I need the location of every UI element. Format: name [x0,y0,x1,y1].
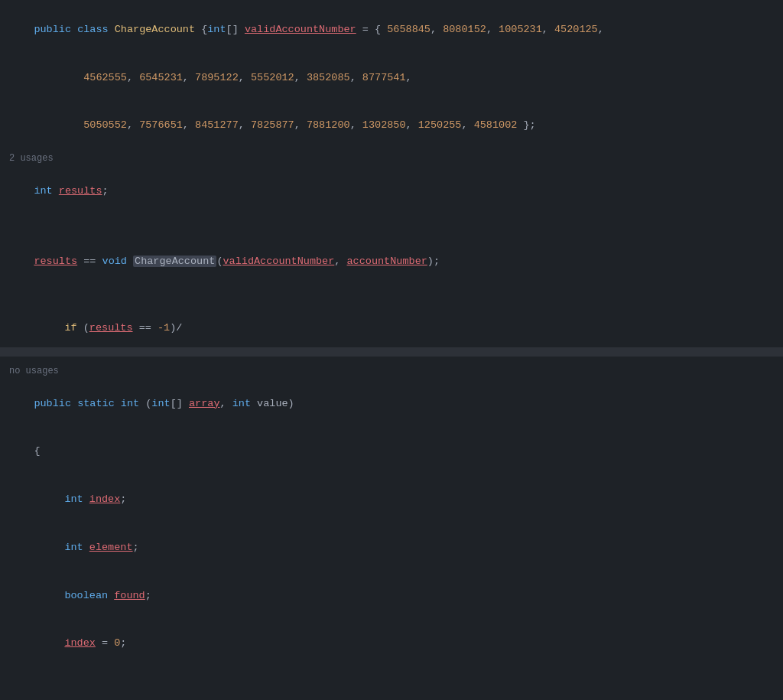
code-line-4: int results; [9,168,783,216]
code-line-2: 4562555, 6545231, 7895122, 5552012, 3852… [9,54,783,103]
var-results2: results [34,256,77,267]
keyword-int: int [207,24,226,35]
top-code-pane: public class ChargeAccount {int[] validA… [0,0,783,352]
code-line-b1: public static int (int[] array, int valu… [9,380,783,428]
code-line-b6: index = 0; [9,620,783,668]
usages-label-bottom: no usages [9,363,783,380]
code-line-b5: boolean found; [9,572,783,620]
bottom-code-pane: no usages public static int (int[] array… [0,357,783,700]
highlight-chargeaccount: ChargeAccount [133,256,216,267]
code-line-if: if (results == -1)/ [9,304,783,352]
code-line-5: results == void ChargeAccount(validAccou… [9,238,783,286]
var-validaccountnumber: validAccountNumber [245,24,356,35]
keyword-class: class [77,24,115,35]
code-line-3: 5050552, 7576651, 8451277, 7825877, 7881… [9,103,783,151]
usages-label-top: 2 usages [9,150,783,168]
code-line-b7: element = -1; [9,690,783,700]
code-line-b2: { [9,428,783,476]
code-line-1: public class ChargeAccount {int[] validA… [9,6,783,54]
var-results: results [59,185,102,197]
code-line-b3: int index; [9,476,783,524]
classname-chargeaccount: ChargeAccount [115,24,201,35]
code-line-b4: int element; [9,524,783,572]
keyword-public: public [34,24,77,35]
code-line-b-blank1 [9,674,783,690]
code-line-blank [9,222,783,238]
code-line-blank2 [9,288,783,304]
